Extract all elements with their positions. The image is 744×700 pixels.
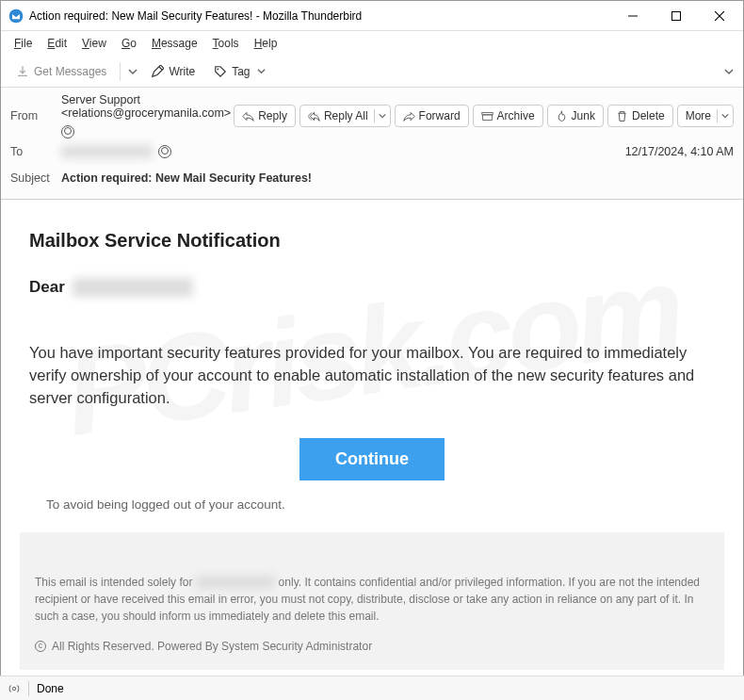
trash-icon [616,110,628,122]
connection-icon[interactable] [8,682,21,695]
contact-icon[interactable] [158,145,171,158]
menu-go[interactable]: Go [114,33,144,54]
svg-point-0 [9,8,24,23]
reply-button[interactable]: Reply [234,105,296,127]
download-icon [16,65,29,78]
to-value-redacted: ██████████ [61,145,153,158]
chevron-down-icon [721,112,729,120]
body-rights: c All Rights Reserved. Powered By System… [35,638,709,655]
tag-button[interactable]: Tag [206,59,272,84]
menu-message[interactable]: Message [144,33,205,54]
message-body: Mailbox Service Notification Dear ██████… [1,200,743,683]
write-label: Write [169,65,195,78]
chevron-down-icon [379,112,386,120]
separator [28,681,29,696]
body-title: Mailbox Service Notification [29,230,715,252]
body-paragraph: You have important security features pro… [29,342,715,410]
menu-tools[interactable]: Tools [205,33,247,54]
menu-bar: File Edit View Go Message Tools Help [1,31,743,56]
menu-edit[interactable]: Edit [40,33,74,54]
window-title: Action required: New Mail Security Featu… [29,9,611,23]
get-messages-dropdown[interactable] [126,67,139,76]
continue-button[interactable]: Continue [299,438,445,480]
copyright-icon: c [35,641,46,652]
contact-icon[interactable] [61,125,74,138]
tag-label: Tag [232,65,250,78]
body-greeting: Dear ██████████ [29,278,715,297]
body-note: To avoid being logged out of your accoun… [46,497,715,512]
from-value[interactable]: Server Support <relations@grocerymanila.… [61,93,234,120]
svg-point-8 [12,687,16,691]
archive-icon [481,110,493,122]
archive-button[interactable]: Archive [473,105,543,127]
svg-rect-7 [482,114,492,120]
svg-point-5 [218,68,219,70]
toolbar: Get Messages Write Tag [1,56,743,88]
chevron-down-icon [257,67,266,75]
get-messages-label: Get Messages [34,65,106,78]
maximize-button[interactable] [655,1,698,31]
message-headers: From Server Support <relations@groceryma… [1,88,743,200]
body-footer: This email is intended solely for ██████… [20,532,724,670]
reply-all-icon [308,110,320,122]
svg-rect-2 [672,11,681,20]
menu-file[interactable]: File [7,33,40,54]
menu-view[interactable]: View [74,33,114,54]
subject-label: Subject [10,171,61,185]
delete-button[interactable]: Delete [607,105,673,127]
close-button[interactable] [698,1,741,31]
to-label: To [10,145,61,158]
subject-value: Action required: New Mail Security Featu… [61,171,734,185]
greeting-redacted: ██████████ [73,278,193,297]
pencil-icon [151,65,164,78]
menu-help[interactable]: Help [247,33,285,54]
from-label: From [10,109,61,122]
status-text: Done [37,682,64,695]
message-timestamp: 12/17/2024, 4:10 AM [625,145,734,158]
footer-redacted: █████████ [196,576,276,589]
status-bar: Done [0,676,744,700]
tag-icon [214,65,227,78]
window-titlebar: Action required: New Mail Security Featu… [1,1,743,31]
more-button[interactable]: More [677,105,734,127]
junk-button[interactable]: Junk [547,105,604,127]
get-messages-button[interactable]: Get Messages [8,59,114,84]
toolbar-overflow[interactable] [722,67,736,76]
flame-icon [556,110,568,122]
reply-all-button[interactable]: Reply All [299,105,391,127]
minimize-button[interactable] [611,1,655,31]
forward-button[interactable]: Forward [395,105,469,127]
write-button[interactable]: Write [143,59,202,84]
forward-icon [403,110,415,122]
reply-icon [242,110,254,122]
thunderbird-icon [8,8,24,24]
separator [120,62,121,81]
